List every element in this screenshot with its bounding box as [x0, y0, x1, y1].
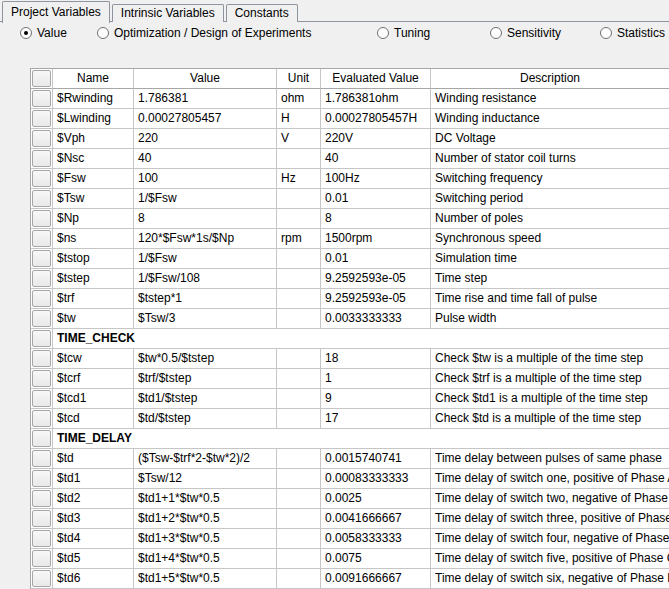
variable-unit-cell[interactable]: [277, 209, 321, 229]
variable-evaluated-value-cell[interactable]: 220V: [321, 129, 431, 149]
variable-value-cell[interactable]: $td1+5*$tw*0.5: [134, 569, 277, 589]
variable-description-cell[interactable]: Synchronous speed: [431, 229, 669, 249]
row-selector[interactable]: [31, 249, 53, 269]
variable-name-cell[interactable]: $tstep: [53, 269, 134, 289]
row-selector[interactable]: [31, 349, 53, 369]
variable-unit-cell[interactable]: [277, 189, 321, 209]
row-selector[interactable]: [31, 149, 53, 169]
variable-name-cell[interactable]: $Nsc: [53, 149, 134, 169]
row-selector[interactable]: [31, 309, 53, 329]
variable-unit-cell[interactable]: [277, 409, 321, 429]
variable-evaluated-value-cell[interactable]: 17: [321, 409, 431, 429]
variable-evaluated-value-cell[interactable]: 0.01: [321, 249, 431, 269]
variable-value-cell[interactable]: $td1+3*$tw*0.5: [134, 529, 277, 549]
variable-name-cell[interactable]: $td6: [53, 569, 134, 589]
variable-description-cell[interactable]: Pulse width: [431, 309, 669, 329]
variable-name-cell[interactable]: $td4: [53, 529, 134, 549]
variable-unit-cell[interactable]: [277, 529, 321, 549]
variable-value-cell[interactable]: $tstep*1: [134, 289, 277, 309]
variable-description-cell[interactable]: Time delay of switch one, positive of Ph…: [431, 469, 669, 489]
tab-project-variables[interactable]: Project Variables: [2, 1, 110, 23]
variable-evaluated-value-cell[interactable]: 0.0075: [321, 549, 431, 569]
variable-description-cell[interactable]: Winding resistance: [431, 89, 669, 109]
variable-value-cell[interactable]: $td1+2*$tw*0.5: [134, 509, 277, 529]
variable-evaluated-value-cell[interactable]: 0.0015740741: [321, 449, 431, 469]
variable-description-cell[interactable]: Time delay of switch four, negative of P…: [431, 529, 669, 549]
variable-value-cell[interactable]: 1.786381: [134, 89, 277, 109]
variable-description-cell[interactable]: Time rise and time fall of pulse: [431, 289, 669, 309]
radio-tuning[interactable]: Tuning: [377, 26, 430, 40]
variable-unit-cell[interactable]: H: [277, 109, 321, 129]
variable-unit-cell[interactable]: [277, 309, 321, 329]
variable-value-cell[interactable]: 100: [134, 169, 277, 189]
variable-value-cell[interactable]: 1/$Fsw: [134, 249, 277, 269]
variable-description-cell[interactable]: Check $td is a multiple of the time step: [431, 409, 669, 429]
row-selector[interactable]: [31, 509, 53, 529]
variable-name-cell[interactable]: $td3: [53, 509, 134, 529]
variable-description-cell[interactable]: Number of stator coil turns: [431, 149, 669, 169]
variable-description-cell[interactable]: Time delay of switch two, negative of Ph…: [431, 489, 669, 509]
variable-description-cell[interactable]: Time delay between pulses of same phase: [431, 449, 669, 469]
variable-name-cell[interactable]: $tcd: [53, 409, 134, 429]
variable-evaluated-value-cell[interactable]: 0.00027805457H: [321, 109, 431, 129]
row-selector[interactable]: [31, 529, 53, 549]
variable-value-cell[interactable]: ($Tsw-$trf*2-$tw*2)/2: [134, 449, 277, 469]
select-all-corner[interactable]: [31, 69, 53, 89]
row-selector[interactable]: [31, 329, 53, 349]
variable-unit-cell[interactable]: [277, 549, 321, 569]
variable-unit-cell[interactable]: [277, 289, 321, 309]
variable-unit-cell[interactable]: ohm: [277, 89, 321, 109]
variable-evaluated-value-cell[interactable]: 0.01: [321, 189, 431, 209]
row-selector[interactable]: [31, 169, 53, 189]
row-selector[interactable]: [31, 429, 53, 449]
variable-name-cell[interactable]: $Rwinding: [53, 89, 134, 109]
variable-description-cell[interactable]: Time delay of switch three, positive of …: [431, 509, 669, 529]
variable-description-cell[interactable]: Simulation time: [431, 249, 669, 269]
variable-unit-cell[interactable]: [277, 249, 321, 269]
variable-value-cell[interactable]: 0.00027805457: [134, 109, 277, 129]
variable-evaluated-value-cell[interactable]: 100Hz: [321, 169, 431, 189]
variable-name-cell[interactable]: $td2: [53, 489, 134, 509]
variable-evaluated-value-cell[interactable]: 1: [321, 369, 431, 389]
tab-constants[interactable]: Constants: [226, 4, 298, 22]
radio-value[interactable]: Value: [20, 26, 67, 40]
variable-unit-cell[interactable]: [277, 349, 321, 369]
variable-name-cell[interactable]: $tcrf: [53, 369, 134, 389]
row-selector[interactable]: [31, 469, 53, 489]
variable-evaluated-value-cell[interactable]: 8: [321, 209, 431, 229]
variable-evaluated-value-cell[interactable]: 1.786381ohm: [321, 89, 431, 109]
variable-name-cell[interactable]: $ns: [53, 229, 134, 249]
row-selector[interactable]: [31, 189, 53, 209]
row-selector[interactable]: [31, 209, 53, 229]
variable-value-cell[interactable]: $td1/$tstep: [134, 389, 277, 409]
variable-description-cell[interactable]: Winding inductance: [431, 109, 669, 129]
row-selector[interactable]: [31, 289, 53, 309]
variable-evaluated-value-cell[interactable]: 0.0058333333: [321, 529, 431, 549]
variable-name-cell[interactable]: $tw: [53, 309, 134, 329]
variable-value-cell[interactable]: $Tsw/3: [134, 309, 277, 329]
variable-value-cell[interactable]: 120*$Fsw*1s/$Np: [134, 229, 277, 249]
variable-evaluated-value-cell[interactable]: 0.0041666667: [321, 509, 431, 529]
variable-evaluated-value-cell[interactable]: 0.00083333333: [321, 469, 431, 489]
variable-unit-cell[interactable]: V: [277, 129, 321, 149]
variable-value-cell[interactable]: $trf/$tstep: [134, 369, 277, 389]
row-selector[interactable]: [31, 109, 53, 129]
variable-value-cell[interactable]: 40: [134, 149, 277, 169]
variable-unit-cell[interactable]: rpm: [277, 229, 321, 249]
variable-description-cell[interactable]: Time delay of switch six, negative of Ph…: [431, 569, 669, 589]
variable-name-cell[interactable]: $Np: [53, 209, 134, 229]
variable-value-cell[interactable]: $Tsw/12: [134, 469, 277, 489]
row-selector[interactable]: [31, 549, 53, 569]
variable-evaluated-value-cell[interactable]: 9: [321, 389, 431, 409]
variable-unit-cell[interactable]: [277, 269, 321, 289]
variable-evaluated-value-cell[interactable]: 18: [321, 349, 431, 369]
radio-sensitivity[interactable]: Sensitivity: [490, 26, 561, 40]
variable-unit-cell[interactable]: [277, 389, 321, 409]
variable-unit-cell[interactable]: Hz: [277, 169, 321, 189]
row-selector[interactable]: [31, 389, 53, 409]
variable-value-cell[interactable]: $tw*0.5/$tstep: [134, 349, 277, 369]
variable-name-cell[interactable]: $Vph: [53, 129, 134, 149]
variable-name-cell[interactable]: $td5: [53, 549, 134, 569]
radio-optimization[interactable]: Optimization / Design of Experiments: [97, 26, 311, 40]
row-selector[interactable]: [31, 229, 53, 249]
